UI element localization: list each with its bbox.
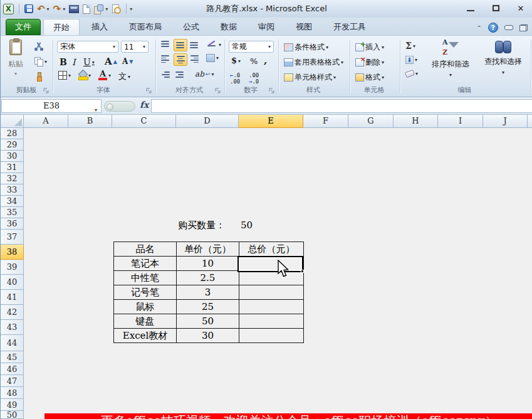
column-header-J[interactable]: J (483, 115, 528, 128)
close-button[interactable]: ✕ (513, 3, 529, 14)
align-center-button[interactable] (174, 53, 187, 66)
table-cell[interactable]: 30 (177, 329, 239, 343)
row-header-33[interactable]: 33 (1, 184, 24, 196)
italic-button[interactable]: I (72, 57, 76, 67)
tab-开发工具[interactable]: 开发工具 (324, 19, 375, 35)
help-icon[interactable]: ? (488, 23, 498, 33)
tab-审阅[interactable]: 审阅 (249, 19, 284, 35)
table-cell[interactable] (239, 329, 304, 343)
table-cell[interactable]: 3 (177, 285, 239, 300)
table-cell[interactable]: 键盘 (114, 314, 177, 329)
number-dialog-launcher-icon[interactable] (269, 88, 275, 94)
bold-button[interactable]: B (60, 57, 67, 67)
grow-font-button[interactable]: A▲ (105, 56, 117, 67)
column-header-F[interactable]: F (303, 115, 348, 128)
clipboard-dialog-launcher-icon[interactable] (43, 88, 50, 94)
font-name-select[interactable]: 宋体▾ (57, 41, 118, 53)
increase-decimal-button[interactable]: ←.0.00 (230, 72, 240, 85)
align-top-button[interactable] (160, 40, 171, 50)
print-preview-icon[interactable] (112, 4, 121, 14)
row-header-36[interactable]: 36 (1, 218, 24, 230)
conditional-formatting-button[interactable]: 条件格式▾ (284, 42, 328, 53)
paste-options-icon[interactable] (94, 4, 103, 14)
table-cell[interactable]: 总价（元） (239, 242, 304, 257)
undo-icon[interactable]: ↶ (37, 4, 45, 13)
table-cell[interactable]: 品名 (114, 242, 177, 257)
row-header-38[interactable]: 38 (1, 245, 24, 260)
align-left-button[interactable] (160, 54, 171, 64)
row-header-47[interactable]: 47 (1, 375, 24, 387)
copy-button[interactable]: ▾ (34, 57, 47, 66)
tab-插入[interactable]: 插入 (82, 19, 117, 35)
formula-input[interactable] (151, 99, 532, 113)
redo-dropdown-icon[interactable]: ▾ (63, 6, 65, 12)
row-header-30[interactable]: 30 (1, 151, 24, 162)
row-header-41[interactable]: 41 (1, 290, 24, 305)
table-cell[interactable]: 25 (177, 300, 239, 314)
table-cell[interactable]: 2.5 (177, 271, 239, 285)
row-header-42[interactable]: 42 (1, 305, 24, 320)
table-cell[interactable]: 鼠标 (114, 300, 177, 314)
wrap-text-button[interactable]: ab↩▾ (195, 70, 214, 78)
row-header-50[interactable]: 50 (1, 411, 24, 419)
table-cell[interactable] (239, 285, 304, 300)
column-header-C[interactable]: C (112, 115, 176, 128)
cell-styles-button[interactable]: 单元格样式▾ (284, 72, 336, 83)
table-cell[interactable]: Excel教材 (114, 329, 177, 343)
formula-bar-grip[interactable] (104, 101, 135, 112)
row-header-39[interactable]: 39 (1, 260, 24, 275)
underline-button[interactable]: U▾ (83, 57, 95, 67)
fill-handle[interactable] (301, 270, 304, 273)
sort-filter-button[interactable]: AZ 排序和筛选 ▾ (425, 40, 476, 78)
font-color-button[interactable]: A▾ (98, 70, 111, 80)
switch-windows-icon[interactable] (69, 5, 79, 13)
table-cell[interactable]: 50 (177, 314, 239, 329)
row-header-45[interactable]: 45 (1, 351, 24, 363)
row-header-32[interactable]: 32 (1, 173, 24, 184)
merge-center-button[interactable]: ▾ (206, 54, 219, 62)
table-cell[interactable]: 10 (177, 257, 239, 271)
row-header-48[interactable]: 48 (1, 387, 24, 399)
undo-dropdown-icon[interactable]: ▾ (47, 6, 50, 12)
delete-cells-button[interactable]: 删除▾ (355, 57, 384, 68)
table-cell[interactable]: 中性笔 (114, 271, 177, 285)
quantity-label[interactable]: 购买数量： (178, 220, 225, 231)
format-painter-button[interactable] (34, 72, 43, 81)
font-size-select[interactable]: 11▾ (121, 41, 149, 53)
phonetic-button[interactable]: 文▾ (118, 71, 130, 82)
autosum-button[interactable]: Σ▾ (405, 41, 415, 51)
maximize-button[interactable] (488, 3, 504, 14)
quantity-value[interactable]: 50 (241, 220, 253, 231)
tab-开始[interactable]: 开始 (43, 19, 80, 35)
number-format-select[interactable]: 常规▾ (229, 41, 274, 53)
active-cell-selection[interactable] (237, 256, 303, 272)
align-right-button[interactable] (189, 54, 200, 64)
workbook-minimize-icon[interactable] (504, 25, 513, 30)
alignment-dialog-launcher-icon[interactable] (215, 88, 221, 94)
borders-button[interactable]: ▾ (58, 71, 71, 80)
format-cells-button[interactable]: 格式▾ (355, 72, 384, 83)
cells-area[interactable]: 购买数量： 50 品名单价（元）总价（元）笔记本10中性笔2.5记号笔3鼠标25… (24, 128, 532, 419)
comma-button[interactable]: , (264, 55, 267, 66)
find-select-button[interactable]: 查找和选择 ▾ (478, 40, 528, 76)
save-icon[interactable] (24, 4, 33, 13)
tab-页面布局[interactable]: 页面布局 (120, 19, 171, 35)
font-dialog-launcher-icon[interactable] (146, 88, 152, 94)
clear-button[interactable]: ▾ (405, 71, 418, 77)
orientation-button[interactable]: ▾ (206, 40, 221, 50)
table-cell[interactable]: 单价（元） (177, 242, 239, 257)
shrink-font-button[interactable]: A▼ (122, 57, 133, 66)
column-header-H[interactable]: H (394, 115, 438, 128)
column-header-E[interactable]: E (239, 115, 303, 128)
decrease-decimal-button[interactable]: .00→.0 (249, 72, 259, 85)
table-cell[interactable]: 记号笔 (114, 285, 177, 300)
name-box[interactable]: E38 ▾ (1, 99, 102, 113)
row-header-49[interactable]: 49 (1, 399, 24, 411)
column-header-D[interactable]: D (176, 115, 239, 128)
table-cell[interactable]: 笔记本 (114, 257, 177, 271)
row-header-34[interactable]: 34 (1, 196, 24, 207)
workbook-restore-icon[interactable] (519, 24, 528, 31)
column-header-B[interactable]: B (68, 115, 112, 128)
table-cell[interactable] (239, 300, 304, 314)
column-header-I[interactable]: I (438, 115, 483, 128)
